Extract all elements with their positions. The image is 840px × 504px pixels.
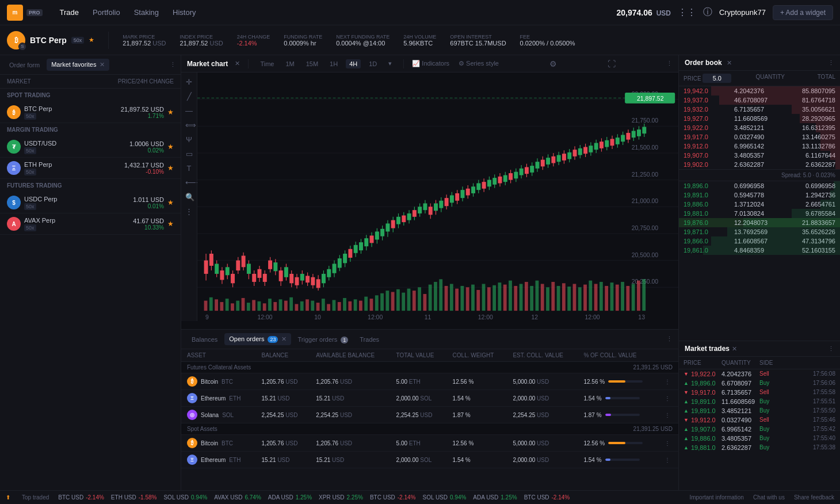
series-style-button[interactable]: ⚙ Series style [459, 60, 499, 67]
table-row[interactable]: Ξ Ethereum ETH 15.21 USD 15.21 USD 2,000… [181, 390, 678, 407]
panel-menu-icon[interactable]: ⋮ [170, 61, 176, 68]
row-menu-cell[interactable]: ⋮ [659, 407, 678, 423]
sell-order-row[interactable]: 19,917.0 0.0327490 13.1460275 [679, 132, 840, 142]
buy-order-row[interactable]: 19,876.0 12.2048073 21.8833657 [679, 218, 840, 227]
chat-link[interactable]: Chat with us [753, 494, 785, 501]
buy-order-row[interactable]: 19,881.0 7.0130824 9.6785584 [679, 209, 840, 218]
sell-order-row[interactable]: 19,932.0 6.7135657 35.0056621 [679, 105, 840, 114]
rect-tool[interactable]: ▭ [184, 148, 194, 160]
time-btn-15m[interactable]: 15M [303, 59, 322, 68]
row-menu-cell[interactable]: ⋮ [659, 435, 678, 452]
row-menu-cell[interactable]: ⋮ [659, 390, 678, 407]
nav-portfolio[interactable]: Portfolio [87, 6, 126, 19]
more-tools[interactable]: ⋮ [184, 205, 194, 217]
tab-market-favorites[interactable]: Market favorites ✕ [47, 59, 109, 71]
market-trade-row[interactable]: ▲ 19,891.0 3.4852121 Buy 17:55:50 [679, 406, 840, 415]
time-btn-1m[interactable]: 1M [282, 59, 297, 68]
tab-order-form[interactable]: Order form [5, 59, 44, 71]
text-tool[interactable]: T [184, 162, 194, 174]
logo[interactable]: m PRO [7, 5, 43, 21]
ticker-item[interactable]: BTC USD-2.14% [370, 494, 416, 501]
share-feedback-link[interactable]: Share feedback [794, 494, 834, 501]
market-trade-row[interactable]: ▲ 19,896.0 6.6708097 Buy 17:56:06 [679, 379, 840, 388]
table-row[interactable]: ◎ Solana SOL 2,254.25 USD 2,254.25 USD 2… [181, 407, 678, 423]
row-menu-cell[interactable]: ⋮ [659, 452, 678, 468]
tab-trades[interactable]: Trades [355, 334, 384, 345]
cursor-tool[interactable]: ✛ [184, 76, 194, 88]
grid-icon[interactable]: ⋮⋮ [678, 7, 696, 18]
ticker-item[interactable]: ADA USD1.25% [268, 494, 312, 501]
sell-order-row[interactable]: 19,942.0 4.2042376 85.8807095 [679, 86, 840, 96]
measure-tool[interactable]: ⟵⟶ [184, 177, 194, 189]
market-trades-close-icon[interactable]: ✕ [732, 345, 737, 353]
line-tool[interactable]: ╱ [184, 90, 194, 102]
add-widget-button[interactable]: + Add a widget [773, 5, 833, 20]
ticker-item[interactable]: ADA USD1.25% [473, 494, 517, 501]
ticker-item[interactable]: SOL USD0.94% [163, 494, 207, 501]
market-trade-row[interactable]: ▲ 19,891.0 11.6608569 Buy 17:55:51 [679, 397, 840, 406]
nav-trade[interactable]: Trade [54, 6, 85, 19]
market-trades-menu-icon[interactable]: ⋮ [828, 345, 834, 353]
fib-tool[interactable]: Ψ [184, 133, 194, 146]
channel-tool[interactable]: ⟺ [184, 119, 194, 131]
star-icon[interactable]: ★ [89, 36, 94, 44]
tab-balances[interactable]: Balances [187, 334, 222, 345]
market-trade-row[interactable]: ▲ 19,881.0 2.6362287 Buy 17:55:38 [679, 443, 840, 452]
sell-order-row[interactable]: 19,922.0 3.4852121 16.6312395 [679, 123, 840, 132]
chart-settings-icon[interactable]: ⚙ [549, 59, 557, 68]
market-trade-row[interactable]: ▼ 19,922.0 4.2042376 Sell 17:56:08 [679, 369, 840, 379]
list-item[interactable]: ₮ USDT/USD 50x 1.0006 USD 0.02% ★ [0, 136, 181, 158]
list-item[interactable]: ₿ BTC Perp 50x 21,897.52 USD 1.71% ★ [0, 102, 181, 123]
ticker-item[interactable]: AVAX USD6.74% [214, 494, 261, 501]
star-icon[interactable]: ★ [167, 220, 174, 228]
buy-order-row[interactable]: 19,891.0 0.5945778 1.2942736 [679, 190, 840, 200]
sell-order-row[interactable]: 19,902.0 2.6362287 2.6362287 [679, 160, 840, 169]
time-btn-time[interactable]: Time [257, 59, 277, 68]
market-trade-row[interactable]: ▼ 19,912.0 0.0327490 Sell 17:55:46 [679, 415, 840, 425]
ticker-item[interactable]: XPR USD2.25% [319, 494, 363, 501]
star-icon[interactable]: ★ [167, 198, 174, 207]
row-menu-cell[interactable]: ⋮ [659, 373, 678, 390]
chart-expand-icon[interactable]: ⛶ [608, 59, 616, 68]
tab-close-icon[interactable]: ✕ [100, 61, 105, 68]
list-item[interactable]: $ USDC Perp 50x 1.011 USD 0.01% ★ [0, 192, 181, 213]
orderbook-menu-icon[interactable]: ⋮ [828, 59, 834, 67]
buy-order-row[interactable]: 19,861.0 4.8468359 52.1603155 [679, 246, 840, 255]
sell-order-row[interactable]: 19,927.0 11.6608569 28.2920965 [679, 114, 840, 123]
buy-order-row[interactable]: 19,866.0 11.6608567 47.3134796 [679, 236, 840, 246]
table-row[interactable]: ₿ Bitcoin BTC 1,205.76 USD 1,205.76 USD … [181, 373, 678, 390]
zoom-tool[interactable]: 🔍 [184, 191, 194, 203]
list-item[interactable]: Ξ ETH Perp 50x 1,432.17 USD -0.10% ★ [0, 158, 181, 179]
help-icon[interactable]: ⓘ [703, 6, 712, 18]
star-icon[interactable]: ★ [167, 108, 174, 116]
sell-order-row[interactable]: 19,912.0 6.9965142 13.1132786 [679, 142, 840, 151]
market-trade-row[interactable]: ▲ 19,907.0 6.9965142 Buy 17:55:42 [679, 425, 840, 434]
buy-order-row[interactable]: 19,886.0 1.3712024 2.6654761 [679, 200, 840, 209]
orderbook-close-icon[interactable]: ✕ [727, 59, 732, 67]
nav-history[interactable]: History [167, 6, 201, 19]
time-btn-4h[interactable]: 4H [346, 59, 361, 68]
sell-order-row[interactable]: 19,907.0 3.4805357 6.1167644 [679, 151, 840, 160]
tab-trigger-orders[interactable]: Trigger orders 1 [293, 334, 353, 345]
bottom-panel-menu-icon[interactable]: ⋮ [666, 335, 673, 343]
tab-close-icon[interactable]: ✕ [281, 335, 287, 342]
table-row[interactable]: ₿ Bitcoin BTC 1,205.76 USD 1,205.76 USD … [181, 435, 678, 452]
time-btn-1h[interactable]: 1H [326, 59, 341, 68]
tab-open-orders[interactable]: Open orders 23 ✕ [224, 333, 291, 345]
star-icon[interactable]: ★ [167, 164, 174, 172]
chart-canvas[interactable]: 22,000.00 21,750.00 21,500.00 21,250.00 … [197, 72, 678, 321]
indicators-button[interactable]: 📈 Indicators [412, 60, 449, 67]
important-info-link[interactable]: Important information [689, 494, 744, 501]
horizontal-tool[interactable]: — [184, 105, 194, 117]
time-btn-1d[interactable]: 1D [365, 59, 380, 68]
ticker-item[interactable]: ETH USD-1.58% [111, 494, 157, 501]
price-filter-input[interactable] [702, 74, 731, 83]
time-btn-dropdown[interactable]: ▾ [385, 59, 395, 68]
star-icon[interactable]: ★ [167, 143, 174, 151]
market-trade-row[interactable]: ▼ 19,917.0 6.7135657 Sell 17:55:58 [679, 388, 840, 397]
table-row[interactable]: Ξ Ethereum ETH 15.21 USD 15.21 USD 2,000… [181, 452, 678, 468]
buy-order-row[interactable]: 19,896.0 0.6996958 0.6996958 [679, 181, 840, 190]
ticker-item[interactable]: BTC USD-2.14% [524, 494, 570, 501]
buy-order-row[interactable]: 19,871.0 13.7692569 35.6526226 [679, 227, 840, 236]
ticker-item[interactable]: SOL USD0.94% [422, 494, 466, 501]
